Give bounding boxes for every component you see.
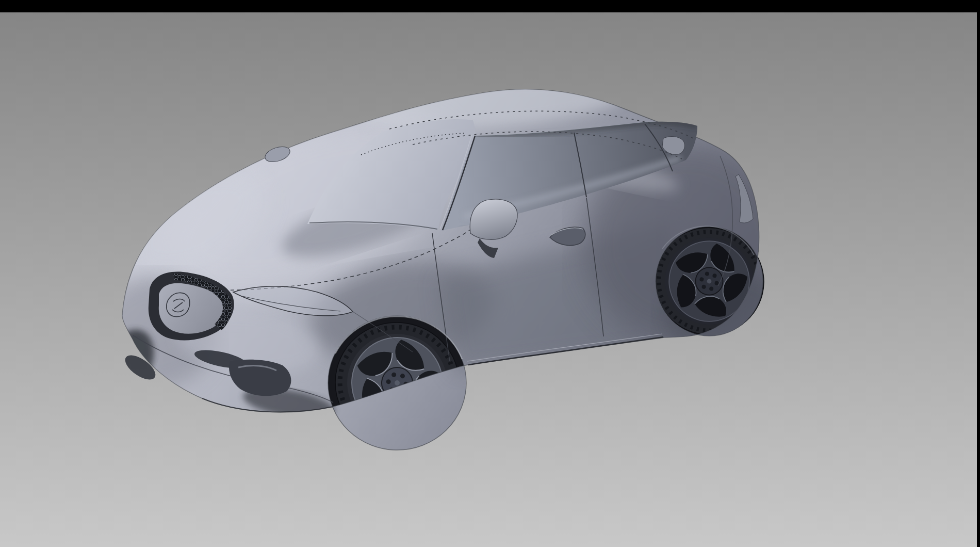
- right-black-bar: [977, 0, 980, 547]
- cad-screenshot: [0, 0, 980, 547]
- top-black-bar: [0, 0, 980, 12]
- viewport-3d-canvas[interactable]: [0, 0, 980, 547]
